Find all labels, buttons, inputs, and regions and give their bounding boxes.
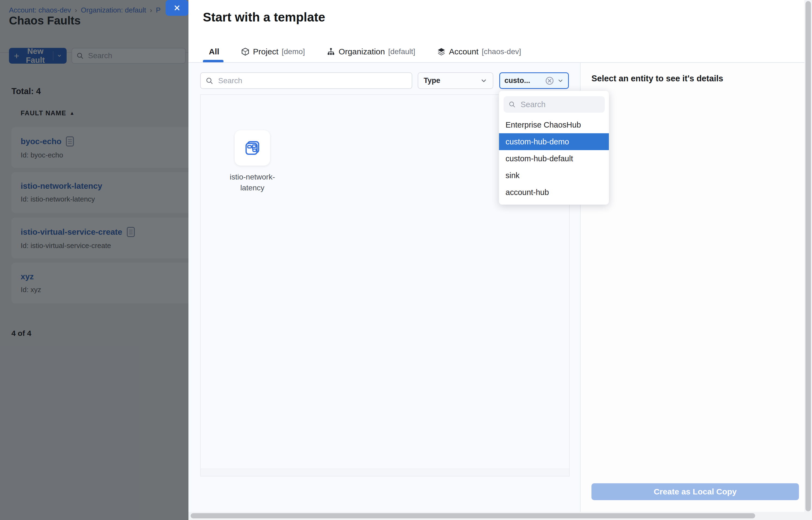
- tab-scope: [default]: [388, 47, 415, 56]
- clear-filter-icon[interactable]: [545, 76, 554, 86]
- template-search-input[interactable]: [217, 76, 407, 85]
- start-with-template-modal: Start with a template All Project [demo]…: [188, 0, 804, 520]
- horizontal-scrollbar-thumb[interactable]: [191, 513, 755, 518]
- tab-account[interactable]: Account [chaos-dev]: [437, 47, 521, 56]
- hub-option-enterprise-chaoshub[interactable]: Enterprise ChaosHub: [499, 116, 609, 133]
- template-search-field: [200, 72, 412, 89]
- chevron-down-icon: [480, 77, 487, 84]
- hub-option-sink[interactable]: sink: [499, 167, 609, 184]
- type-filter-dropdown[interactable]: Type: [418, 72, 493, 89]
- horizontal-scrollbar-track[interactable]: [188, 512, 804, 520]
- tab-label: Organization: [339, 47, 385, 56]
- tab-label: Account: [449, 47, 478, 56]
- tab-organization[interactable]: Organization [default]: [326, 47, 415, 56]
- template-card-istio-network-latency[interactable]: istio-network-latency: [226, 130, 279, 193]
- hub-option-custom-hub-default[interactable]: custom-hub-default: [499, 150, 609, 167]
- chevron-down-icon: [557, 78, 564, 84]
- template-browser: Type custo... istio-network-latency: [188, 63, 580, 512]
- chaoshub-filter-dropdown[interactable]: custo...: [499, 72, 569, 89]
- template-icon-box: [235, 130, 270, 166]
- search-icon: [206, 77, 213, 85]
- screen: Account: chaos-dev › Organization: defau…: [0, 0, 812, 520]
- scope-tabs: All Project [demo] Organization [default…: [209, 41, 521, 62]
- hub-dropdown-search-input[interactable]: [520, 100, 600, 109]
- cube-icon: [241, 47, 250, 56]
- hub-option-custom-hub-demo[interactable]: custom-hub-demo: [499, 133, 609, 150]
- details-placeholder-text: Select an entity to see it's details: [592, 74, 723, 83]
- close-button[interactable]: [166, 0, 188, 16]
- tab-label: Project: [253, 47, 278, 56]
- vertical-scrollbar-track[interactable]: [804, 0, 812, 520]
- tab-all[interactable]: All: [209, 47, 219, 56]
- tab-scope: [demo]: [282, 47, 305, 56]
- hub-dropdown-search-field: [504, 96, 605, 112]
- tab-project[interactable]: Project [demo]: [241, 47, 305, 56]
- close-icon: [173, 4, 181, 12]
- search-icon: [508, 100, 516, 108]
- layers-icon: [437, 47, 446, 56]
- grid-footer: [200, 469, 570, 476]
- hub-option-account-hub[interactable]: account-hub: [499, 184, 609, 201]
- tab-label: All: [209, 47, 219, 56]
- chaoshub-filter-value: custo...: [504, 76, 545, 85]
- org-chart-icon: [326, 47, 335, 56]
- template-icon: [243, 139, 261, 157]
- modal-title: Start with a template: [203, 10, 325, 24]
- entity-details-panel: Select an entity to see it's details Cre…: [580, 63, 804, 512]
- type-filter-label: Type: [424, 76, 440, 85]
- tab-scope: [chaos-dev]: [481, 47, 521, 56]
- template-name: istio-network-latency: [226, 172, 279, 193]
- create-as-local-copy-button[interactable]: Create as Local Copy: [592, 483, 799, 500]
- chaoshub-dropdown-panel: Enterprise ChaosHub custom-hub-demo cust…: [499, 90, 609, 205]
- vertical-scrollbar-thumb[interactable]: [806, 1, 811, 511]
- hub-options-list: Enterprise ChaosHub custom-hub-demo cust…: [499, 116, 609, 201]
